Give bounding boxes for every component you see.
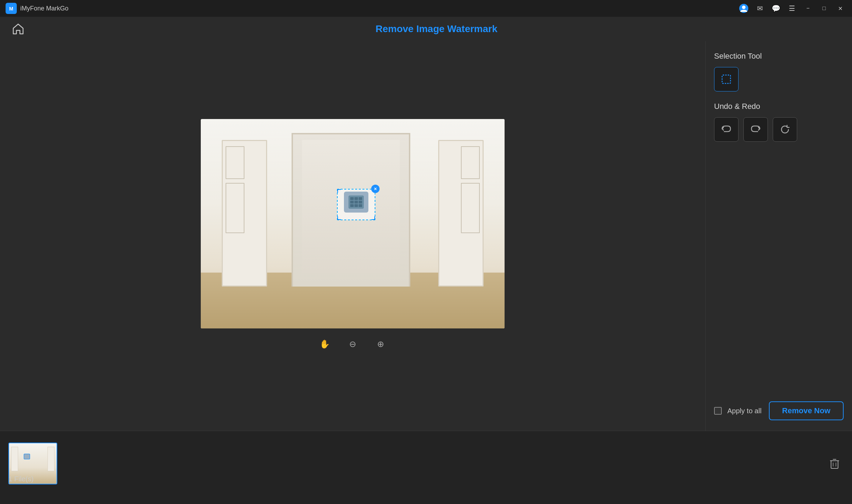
svg-text:M: M [9,6,13,12]
chip-cell [354,204,358,207]
user-icon-btn[interactable] [737,2,750,15]
page-title: Remove Image Watermark [32,23,841,35]
titlebar: M iMyFone MarkGo ✉ 💬 ☰ − □ ✕ [0,0,852,17]
apply-all-label: Apply to all [727,407,762,415]
handle-br[interactable] [372,216,375,220]
chip-cell [359,204,362,207]
thumbnail-door-left [11,447,18,471]
pan-tool-btn[interactable]: ✋ [316,335,333,353]
chip-cell [359,197,362,200]
close-btn[interactable]: ✕ [834,2,846,15]
selection-tool-btn[interactable] [714,67,739,91]
image-toolbar: ✋ ⊖ ⊕ [316,335,389,353]
door-right [438,140,484,287]
chat-icon-btn[interactable]: 💬 [770,2,782,15]
zoom-out-btn[interactable]: ⊖ [344,335,361,353]
watermark-icon [344,192,368,213]
thumbnail-watermark [24,454,30,459]
chip-icon [348,195,364,209]
chip-cell [350,201,354,203]
chip-cell [350,204,354,207]
delete-file-btn[interactable] [825,454,844,473]
mail-icon-btn[interactable]: ✉ [754,2,766,15]
svg-rect-4 [722,75,730,83]
chip-cell [350,197,354,200]
undo-redo-row [714,117,844,142]
apply-all-checkbox[interactable] [714,407,722,415]
window-controls: ✉ 💬 ☰ − □ ✕ [737,2,846,15]
room-image: × [201,119,505,328]
bottom-panel: 1 File(s) [0,431,852,504]
app-title: iMyFone MarkGo [20,5,734,12]
zoom-in-btn[interactable]: ⊕ [372,335,389,353]
svg-rect-5 [831,461,838,468]
header: Remove Image Watermark [0,17,852,41]
door-left [222,140,267,287]
thumbnail-door-right [47,447,54,471]
watermark-selection[interactable]: × [337,189,375,220]
chip-cell [359,201,362,203]
canvas-area: × [0,41,705,431]
refresh-btn[interactable] [773,117,797,142]
panel-bottom: Apply to all Remove Now [714,401,844,420]
undo-redo-title: Undo & Redo [714,102,844,111]
chip-cell [354,201,358,203]
svg-point-3 [742,6,746,9]
minimize-btn[interactable]: − [802,2,814,15]
bottom-content [0,431,852,496]
chip-cell [354,197,358,200]
undo-btn[interactable] [714,117,739,142]
main-layout: × [0,41,852,431]
app-logo: M [6,3,17,14]
file-count-container: 1 File(s) [0,475,852,483]
menu-icon-btn[interactable]: ☰ [786,2,798,15]
selection-tool-title: Selection Tool [714,52,844,61]
right-panel: Selection Tool Undo & Redo [705,41,852,431]
file-count: 1 File(s) [8,475,34,483]
handle-tl[interactable] [337,189,341,193]
image-canvas[interactable]: × [201,119,505,328]
handle-bl[interactable] [337,216,341,220]
maximize-btn[interactable]: □ [818,2,830,15]
redo-btn[interactable] [743,117,768,142]
remove-now-btn[interactable]: Remove Now [769,401,844,420]
home-btn[interactable] [11,22,25,36]
watermark-close-btn[interactable]: × [371,185,380,193]
